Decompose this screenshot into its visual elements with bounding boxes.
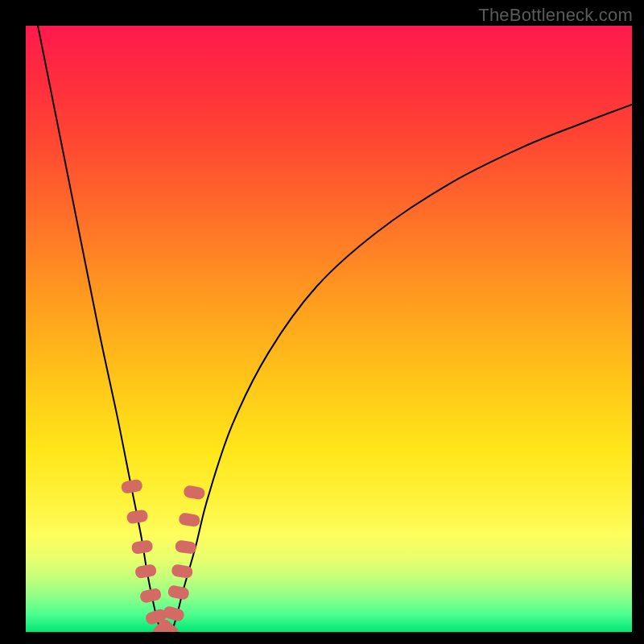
bead	[178, 512, 200, 527]
bead	[131, 539, 154, 555]
bead	[139, 588, 163, 604]
bottleneck-curve	[26, 26, 632, 632]
bead	[134, 564, 157, 579]
bead	[183, 485, 205, 500]
bead	[175, 539, 197, 554]
plot-area	[26, 26, 632, 632]
watermark-text: TheBottleneck.com	[478, 5, 633, 26]
bead	[121, 479, 143, 494]
chart-svg	[26, 26, 632, 632]
bead	[167, 584, 190, 601]
chart-frame: TheBottleneck.com	[0, 0, 644, 644]
bead	[126, 509, 148, 524]
